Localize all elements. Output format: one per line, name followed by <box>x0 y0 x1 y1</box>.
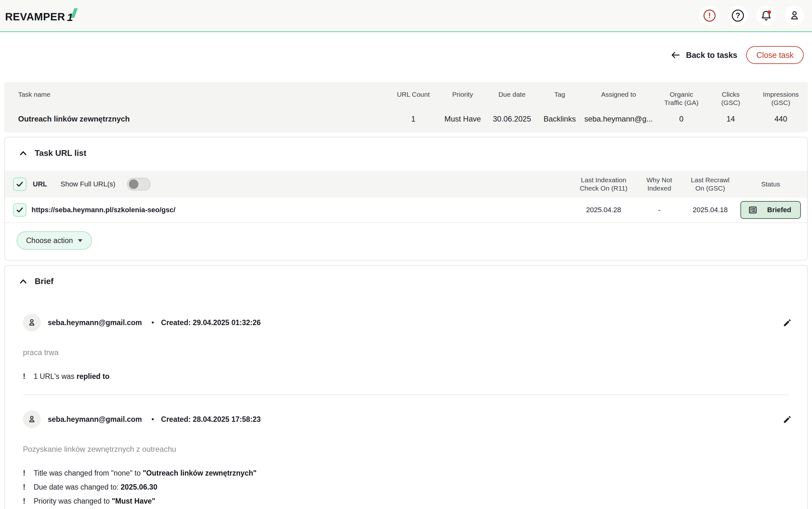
caret-down-icon <box>78 239 82 242</box>
change-text: Priority was changed to "Must Have" <box>34 497 155 505</box>
back-to-tasks-label: Back to tasks <box>686 50 737 60</box>
topbar: REVAMPER 1 ! ? <box>0 0 812 32</box>
comment-author: seba.heymann@gmail.com <box>48 318 142 327</box>
check-icon <box>15 206 24 214</box>
col-header-url-count: URL Count <box>388 90 439 99</box>
back-to-tasks-button[interactable]: Back to tasks <box>671 50 737 60</box>
url-count-value: 1 <box>388 114 439 124</box>
status-badge-label: Briefed <box>767 206 791 214</box>
col-header-last-indexation: Last Indexation Check On (R11) <box>572 176 635 193</box>
col-header-last-recrawl: Last Recrawl On (GSC) <box>683 176 737 193</box>
summary-header-row: Task name URL Count Priority Due date Ta… <box>4 90 808 107</box>
logo-digit-mark: 1 <box>66 8 77 23</box>
change-log-row: ! 1 URL's was replied to <box>23 372 789 380</box>
change-text: 1 URL's was replied to <box>34 372 109 380</box>
url-actions-area: Choose action <box>5 223 807 260</box>
comment-created: Created: 29.04.2025 01:32:26 <box>161 318 261 327</box>
url-row-checkbox[interactable] <box>13 203 26 217</box>
notifications-button[interactable] <box>756 6 776 26</box>
comment-header: seba.heymann@gmail.com • Created: 28.04.… <box>23 410 792 428</box>
brief-status-icon <box>748 205 757 215</box>
status-cell: Briefed <box>737 201 804 219</box>
brief-header: Brief <box>5 266 807 299</box>
toggle-knob <box>129 179 138 189</box>
change-log-row: ! Priority was changed to "Must Have" <box>23 497 789 505</box>
task-url-list-header: Task URL list <box>5 137 807 171</box>
assigned-to-value: seba.heymann@g... <box>582 114 655 124</box>
tag-value: Backlinks <box>537 114 582 124</box>
url-row-values: 2025.04.28 - 2025.04.18 <box>572 201 804 219</box>
app-logo[interactable]: REVAMPER 1 <box>5 8 77 23</box>
choose-action-button[interactable]: Choose action <box>16 231 92 250</box>
col-header-due-date: Due date <box>486 90 537 99</box>
comment-divider <box>23 395 789 395</box>
organic-traffic-value: 0 <box>655 114 708 124</box>
impressions-value: 440 <box>754 114 808 124</box>
change-text: Title was changed from "none" to "Outrea… <box>34 469 257 477</box>
brief-title: Brief <box>35 276 54 286</box>
profile-button[interactable] <box>785 6 804 26</box>
change-log-row: ! Title was changed from "none" to "Outr… <box>23 469 789 477</box>
why-not-indexed-value: - <box>635 206 683 214</box>
collapse-brief-button[interactable] <box>19 277 28 286</box>
bell-icon <box>760 9 773 22</box>
close-task-button[interactable]: Close task <box>746 46 804 64</box>
task-toolbar: Back to tasks Close task <box>0 46 804 64</box>
last-indexation-value: 2025.04.28 <box>572 206 635 214</box>
dot-separator: • <box>151 415 154 424</box>
pencil-icon <box>782 318 792 327</box>
col-header-impressions: Impressions (GSC) <box>754 90 808 107</box>
clicks-value: 14 <box>708 114 754 124</box>
help-icon: ? <box>732 9 744 22</box>
check-icon <box>15 180 24 188</box>
col-header-assigned-to: Assigned to <box>582 90 655 99</box>
chevron-up-icon <box>19 277 28 286</box>
alert-icon: ! <box>704 9 716 22</box>
comment-author: seba.heymann@gmail.com <box>48 415 142 424</box>
exclamation-icon: ! <box>23 497 26 505</box>
last-recrawl-value: 2025.04.18 <box>683 206 737 214</box>
topbar-icons: ! ? <box>700 6 804 26</box>
user-icon <box>27 318 37 327</box>
task-name-value: Outreach linków zewnętrznych <box>4 114 388 124</box>
collapse-url-list-button[interactable] <box>19 149 28 158</box>
col-header-priority: Priority <box>439 90 486 99</box>
status-badge[interactable]: Briefed <box>740 201 801 219</box>
avatar <box>23 410 41 428</box>
arrow-left-icon <box>671 50 680 60</box>
task-url-list-panel: Task URL list URL Show Full URL(s) Last … <box>4 137 808 261</box>
alert-button[interactable]: ! <box>700 6 719 26</box>
exclamation-icon: ! <box>23 483 26 491</box>
change-log-row: ! Due date was changed to: 2025.06.30 <box>23 483 789 491</box>
url-table-header: URL Show Full URL(s) Last Indexation Che… <box>5 171 807 198</box>
url-header-left: URL Show Full URL(s) <box>13 177 150 191</box>
profile-icon <box>788 9 801 22</box>
col-header-clicks: Clicks (GSC) <box>708 90 754 107</box>
edit-comment-button[interactable] <box>782 318 792 327</box>
due-date-value: 30.06.2025 <box>486 114 537 124</box>
pencil-icon <box>782 414 792 424</box>
url-value: https://seba.heymann.pl/szkolenia-seo/gs… <box>32 206 175 214</box>
help-button[interactable]: ? <box>728 6 748 26</box>
chevron-up-icon <box>19 149 28 158</box>
url-table-row: https://seba.heymann.pl/szkolenia-seo/gs… <box>5 198 807 223</box>
comment-body: Pozyskanie linków zewnętrznych z outreac… <box>23 445 789 454</box>
col-header-task-name: Task name <box>4 90 388 99</box>
exclamation-icon: ! <box>23 372 26 380</box>
avatar <box>23 314 41 332</box>
edit-comment-button[interactable] <box>782 414 792 424</box>
change-text: Due date was changed to: 2025.06.30 <box>34 483 158 491</box>
select-all-checkbox[interactable] <box>13 177 26 191</box>
choose-action-label: Choose action <box>26 236 73 245</box>
task-url-list-title: Task URL list <box>35 148 86 158</box>
col-header-why-not-indexed: Why Not Indexed <box>635 176 683 193</box>
comment-body: praca trwa <box>23 348 789 357</box>
show-full-urls-toggle[interactable] <box>127 178 150 191</box>
col-header-organic-traffic: Organic Traffic (GA) <box>655 90 708 107</box>
show-full-urls-label: Show Full URL(s) <box>61 180 115 188</box>
col-header-tag: Tag <box>537 90 582 99</box>
url-header-columns: Last Indexation Check On (R11) Why Not I… <box>572 176 804 193</box>
dot-separator: • <box>151 318 154 327</box>
task-summary-table: Task name URL Count Priority Due date Ta… <box>4 82 808 132</box>
priority-value: Must Have <box>439 114 486 124</box>
